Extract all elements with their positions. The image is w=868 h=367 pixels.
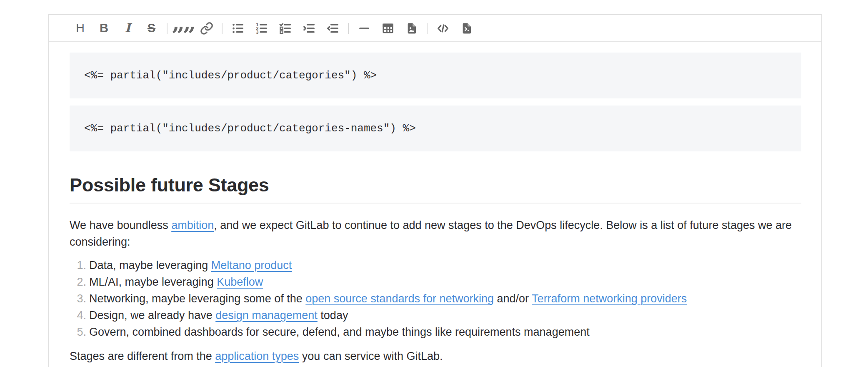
- list-item-number: 5.: [70, 324, 89, 340]
- ordered-list-button[interactable]: 1 2 3: [253, 18, 270, 39]
- code-block-button[interactable]: [458, 18, 475, 39]
- code-block: <%= partial("includes/product/categories…: [70, 53, 801, 98]
- list-item: 4. Design, we already have design manage…: [70, 307, 801, 324]
- text-link[interactable]: ambition: [171, 219, 214, 231]
- text-run: today: [318, 309, 348, 322]
- list-item-number: 1.: [70, 257, 89, 274]
- list-item-number: 3.: [70, 290, 89, 307]
- list-item-text: Networking, maybe leveraging some of the…: [89, 290, 801, 307]
- text-run: you can service with GitLab.: [299, 350, 443, 362]
- stages-list: 1. Data, maybe leveraging Meltano produc…: [70, 257, 801, 340]
- code-block: <%= partial("includes/product/categories…: [70, 106, 801, 151]
- toolbar-divider: [427, 23, 428, 34]
- list-item: 2. ML/AI, maybe leveraging Kubeflow: [70, 274, 801, 290]
- text-run: We have boundless: [70, 219, 171, 231]
- list-item-number: 4.: [70, 307, 89, 324]
- intro-paragraph: We have boundless ambition, and we expec…: [70, 217, 801, 250]
- task-list-button[interactable]: [277, 18, 294, 39]
- text-run: Design, we already have: [89, 309, 215, 322]
- outdent-button[interactable]: [324, 18, 341, 39]
- blockquote-button[interactable]: ””: [174, 18, 191, 39]
- toolbar-divider: [222, 23, 223, 34]
- text-run: and/or: [494, 292, 532, 305]
- strikethrough-icon: S: [148, 22, 155, 34]
- bullet-list-button[interactable]: [229, 18, 246, 39]
- horizontal-rule-icon: [358, 22, 370, 35]
- editor-panel: H B I S ””: [48, 14, 822, 367]
- bold-button[interactable]: B: [95, 18, 113, 39]
- link-button[interactable]: [198, 18, 215, 39]
- indent-icon: [303, 22, 315, 35]
- table-icon: [382, 22, 394, 35]
- list-item-text: Design, we already have design managemen…: [89, 307, 801, 324]
- text-link[interactable]: application types: [215, 350, 299, 362]
- list-item-text: Data, maybe leveraging Meltano product: [89, 257, 801, 274]
- content-area: <%= partial("includes/product/categories…: [49, 42, 821, 364]
- outdent-icon: [327, 22, 339, 35]
- list-item: 1. Data, maybe leveraging Meltano produc…: [70, 257, 801, 274]
- attach-image-icon: [405, 22, 418, 35]
- toolbar-divider: [348, 23, 349, 34]
- horizontal-rule-button[interactable]: [355, 18, 373, 39]
- list-item: 5. Govern, combined dashboards for secur…: [70, 324, 801, 340]
- page-title: Possible future Stages: [70, 176, 801, 204]
- code-block-icon: [460, 22, 473, 35]
- code-button[interactable]: [434, 18, 451, 39]
- list-item: 3. Networking, maybe leveraging some of …: [70, 290, 801, 307]
- text-link[interactable]: Meltano product: [211, 259, 292, 271]
- text-link[interactable]: Kubeflow: [217, 276, 263, 288]
- list-item-text: ML/AI, maybe leveraging Kubeflow: [89, 274, 801, 290]
- text-link[interactable]: open source standards for networking: [305, 292, 494, 305]
- text-run: Networking, maybe leveraging some of the: [89, 292, 305, 305]
- task-list-icon: [279, 22, 292, 35]
- formatting-toolbar: H B I S ””: [49, 15, 821, 42]
- code-text: <%= partial("includes/product/categories…: [84, 69, 377, 82]
- code-icon: [436, 22, 450, 35]
- text-run: ML/AI, maybe leveraging: [89, 276, 217, 288]
- bold-icon: B: [100, 22, 108, 34]
- italic-icon: I: [125, 22, 131, 34]
- table-button[interactable]: [379, 18, 396, 39]
- ordered-list-icon: 1 2 3: [255, 22, 268, 35]
- outro-paragraph: Stages are different from the applicatio…: [70, 348, 801, 364]
- svg-text:3: 3: [256, 30, 258, 35]
- text-link[interactable]: design management: [215, 309, 318, 322]
- toolbar-divider: [167, 23, 168, 34]
- text-run: Stages are different from the: [70, 350, 215, 362]
- link-icon: [200, 22, 213, 35]
- text-run: Data, maybe leveraging: [89, 259, 211, 271]
- list-item-number: 2.: [70, 274, 89, 290]
- heading-button[interactable]: H: [72, 18, 89, 39]
- attach-image-button[interactable]: [403, 18, 420, 39]
- text-link[interactable]: Terraform networking providers: [532, 292, 687, 305]
- text-run: Govern, combined dashboards for secure, …: [89, 326, 590, 338]
- strikethrough-button[interactable]: S: [143, 18, 160, 39]
- italic-button[interactable]: I: [119, 18, 136, 39]
- heading-icon: H: [76, 22, 85, 34]
- list-item-text: Govern, combined dashboards for secure, …: [89, 324, 801, 340]
- bullet-list-icon: [232, 22, 244, 35]
- indent-button[interactable]: [300, 18, 318, 39]
- code-text: <%= partial("includes/product/categories…: [84, 122, 416, 135]
